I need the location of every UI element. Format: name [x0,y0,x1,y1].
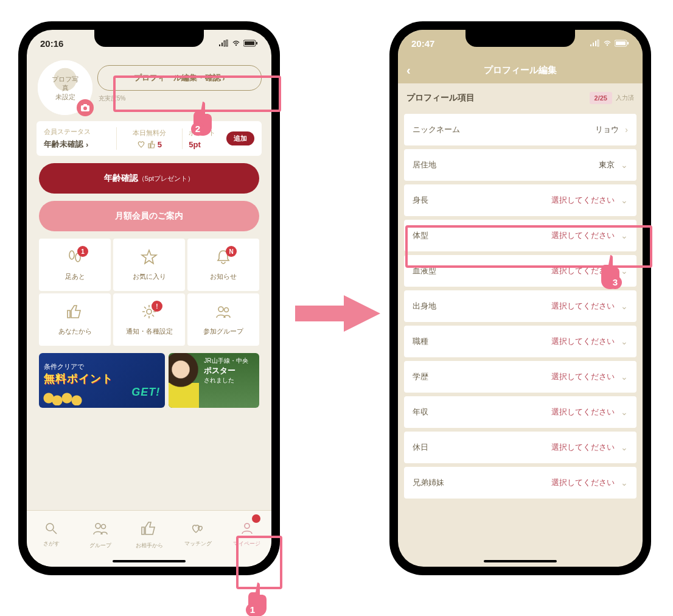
member-status-label: 会員ステータス [44,127,116,136]
field-休日[interactable]: 休日選択してください⌄ [404,432,636,463]
menu-あなたから[interactable]: あなたから [39,293,111,346]
menu-お知らせ[interactable]: Nお知らせ [187,239,259,291]
svg-point-14 [218,307,223,312]
svg-rect-10 [83,104,87,106]
completion-text: 充実度5% [99,94,260,103]
banner-free-points[interactable]: 条件クリアで 無料ポイント GET! [39,353,165,408]
field-体型[interactable]: 体型選択してください⌄ [404,220,636,251]
field-label: 血液型 [413,265,551,276]
field-職種[interactable]: 職種選択してください⌄ [404,326,636,357]
banner-poster[interactable]: JR山手線・中央 ポスター されました [169,353,259,408]
section-header: プロフィール項目 2/25 入力済 [398,83,643,110]
field-label: 体型 [413,230,551,241]
svg-text:1: 1 [250,604,255,615]
profile-edit-label: プロフィール編集・確認 [134,72,221,83]
svg-rect-27 [627,42,629,44]
menu-label: あなたから [58,327,92,336]
field-value: 選択してください [551,371,615,382]
bell-icon: N [215,248,232,270]
notification-dot [252,514,260,523]
field-兄弟姉妹[interactable]: 兄弟姉妹選択してください⌄ [404,467,636,499]
tab-グループ[interactable]: グループ [75,511,124,558]
menu-参加グループ[interactable]: 参加グループ [187,293,259,346]
heart-icon [137,140,145,149]
svg-text:3: 3 [613,277,618,287]
tab-さがす[interactable]: さがす [27,511,75,558]
menu-grid: 1足あとお気に入りNお知らせあなたから!通知・各種設定参加グループ [33,239,265,353]
arrow-icon [295,292,380,335]
wifi-icon [602,40,612,47]
svg-rect-2 [224,41,225,46]
field-身長[interactable]: 身長選択してください⌄ [404,184,636,216]
field-年収[interactable]: 年収選択してください⌄ [404,396,636,428]
field-value: 選択してください [551,477,615,488]
signal-icon [590,40,600,47]
field-出身地[interactable]: 出身地選択してください⌄ [404,290,636,322]
back-button[interactable]: ‹ [406,63,411,77]
gear-icon: ! [141,303,158,324]
free-value: 5 [137,140,162,149]
tab-マイページ[interactable]: マイページ [223,511,271,558]
svg-rect-6 [256,42,257,44]
add-points-button[interactable]: 追加 [226,131,254,145]
badge: ! [152,301,162,312]
menu-お気に入り[interactable]: お気に入り [113,239,185,291]
title-bar: ‹ プロフィール編集 [398,57,643,83]
tab-マッチング[interactable]: マッチング [173,511,222,558]
phone-left: 20:16 プロフ写真未設定 プロフィール編集・確認 [18,21,280,575]
svg-rect-23 [595,41,596,46]
group-icon [215,303,232,324]
chevron-down-icon: ⌄ [621,231,628,240]
status-row: 会員ステータス 年齢未確認 › 本日無料分 5 ポイント 5pt [37,121,262,156]
thumbs-up-icon [148,140,155,149]
field-label: 学歴 [413,371,551,382]
home-indicator [484,560,557,562]
chevron-down-icon: ⌄ [621,337,628,346]
svg-point-20 [245,523,249,528]
svg-rect-22 [593,43,594,46]
svg-point-4 [235,44,237,46]
battery-icon [243,40,258,47]
member-status-value[interactable]: 年齢未確認 › [44,139,116,150]
camera-icon[interactable] [77,99,94,116]
field-value: 選択してください [551,407,615,418]
notch [466,30,575,47]
field-label: 身長 [413,195,551,206]
star-icon [141,248,158,270]
menu-label: 足あと [65,272,85,281]
svg-rect-28 [616,41,626,45]
svg-rect-3 [226,40,228,46]
field-居住地[interactable]: 居住地東京⌄ [404,149,636,181]
monthly-plan-button[interactable]: 月額会員のご案内 [39,201,259,231]
notch [94,30,204,47]
title: プロフィール編集 [484,65,557,76]
thumbs-up-icon [141,520,158,541]
svg-point-25 [607,44,608,46]
menu-通知・各種設定[interactable]: !通知・各種設定 [113,293,185,346]
svg-rect-21 [590,44,591,46]
field-ニックネーム[interactable]: ニックネームリョウ› [404,114,636,145]
menu-label: 参加グループ [203,327,243,336]
svg-point-9 [83,107,87,110]
tab-label: マイページ [233,540,260,548]
status-time: 20:47 [411,38,434,49]
age-verify-button[interactable]: 年齢確認（5ptプレゼント） [39,163,259,194]
chevron-down-icon: ⌄ [621,372,628,382]
avatar-label: プロフ写真未設定 [52,75,79,101]
menu-足あと[interactable]: 1足あと [39,239,111,291]
tab-お相手から[interactable]: お相手から [125,511,173,558]
hearts-icon [191,522,204,539]
field-value: 選択してください [551,195,615,206]
field-学歴[interactable]: 学歴選択してください⌄ [404,361,636,393]
screen-left: 20:16 プロフ写真未設定 プロフィール編集・確認 [27,30,271,567]
svg-point-13 [147,309,152,314]
avatar[interactable]: プロフ写真未設定 [38,60,92,115]
profile-edit-button[interactable]: プロフィール編集・確認 › [97,65,262,91]
profile-header: プロフ写真未設定 プロフィール編集・確認 › 充実度5% [33,57,265,121]
wifi-icon [231,40,241,47]
completion-chip: 2/25 入力済 [590,92,634,104]
field-value: リョウ [595,124,619,135]
search-icon [44,522,58,539]
svg-point-18 [96,523,100,528]
svg-rect-0 [219,44,220,46]
